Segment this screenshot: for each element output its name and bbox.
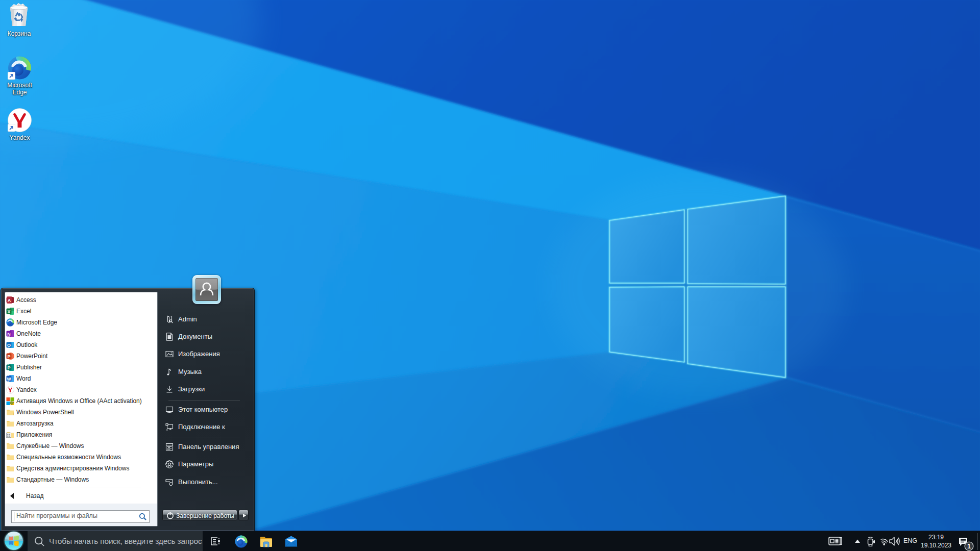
svg-text:W: W: [7, 377, 11, 382]
svg-text:X: X: [7, 309, 10, 314]
svg-text:P: P: [7, 354, 10, 359]
svg-text:P: P: [7, 365, 10, 370]
svg-text:O: O: [7, 343, 11, 348]
svg-text:1: 1: [967, 543, 971, 550]
svg-text:A: A: [8, 298, 11, 303]
svg-text:N: N: [7, 332, 11, 337]
